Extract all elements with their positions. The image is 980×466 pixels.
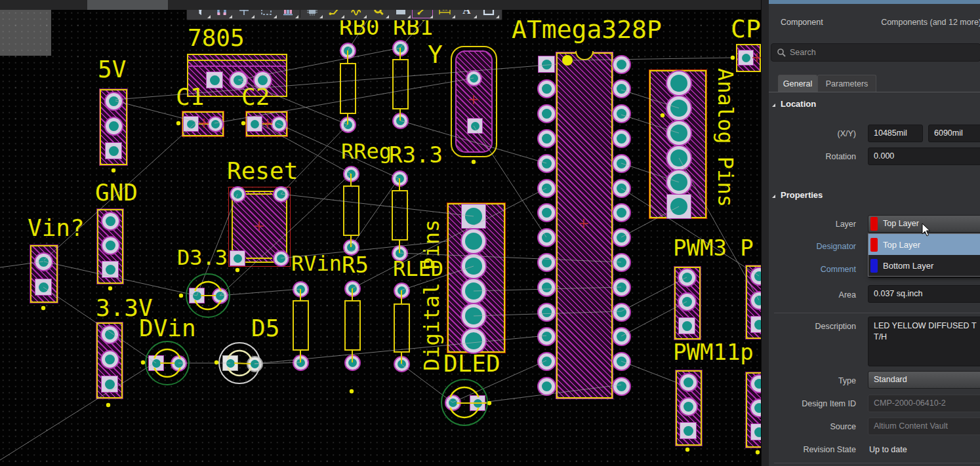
pcb-pad[interactable] xyxy=(617,109,626,119)
pcb-label-reset[interactable]: Reset xyxy=(227,159,298,183)
pcb-pad[interactable] xyxy=(617,184,626,193)
pcb-pad[interactable] xyxy=(277,190,285,199)
selected-component-highlight[interactable] xyxy=(0,10,51,56)
rotation-input[interactable]: 0.000 xyxy=(868,147,980,165)
pcb-label-pwm3[interactable]: PWM3 P xyxy=(673,237,754,259)
document-tab[interactable] xyxy=(87,0,168,10)
pcb-label-c2[interactable]: C2 xyxy=(241,85,270,109)
pcb-pad[interactable] xyxy=(398,360,406,368)
pcb-pad[interactable] xyxy=(542,282,552,292)
pcb-pad[interactable] xyxy=(542,332,552,341)
tool-dropdown-arrow[interactable] xyxy=(407,15,411,18)
properties-collapse-icon[interactable] xyxy=(772,191,775,198)
layer-option-top-layer[interactable]: Top Layer xyxy=(868,234,980,255)
tool-dropdown-arrow[interactable] xyxy=(452,15,455,18)
resistor-rb1[interactable] xyxy=(392,59,409,109)
pcb-pad[interactable] xyxy=(398,286,406,295)
pcb-pad[interactable] xyxy=(670,125,687,142)
pcb-pad[interactable] xyxy=(39,257,49,267)
description-input[interactable]: LED YELLOW DIFFUSED T T/H xyxy=(868,317,980,366)
resistor-rb0[interactable] xyxy=(340,63,356,114)
pcb-pad[interactable] xyxy=(542,109,552,119)
pcb-pad[interactable] xyxy=(230,250,245,266)
pcb-pad[interactable] xyxy=(617,134,626,144)
pcb-pad[interactable] xyxy=(109,96,119,106)
pcb-pad[interactable] xyxy=(348,284,357,293)
pcb-label-d33[interactable]: D3.3 xyxy=(177,247,228,268)
pcb-pad[interactable] xyxy=(678,317,695,334)
pcb-pad[interactable] xyxy=(538,56,555,73)
tool-dropdown-arrow[interactable] xyxy=(251,15,255,18)
pcb-pad[interactable] xyxy=(101,376,118,393)
pcb-pad[interactable] xyxy=(682,297,692,307)
pcb-label-rvin[interactable]: RVin xyxy=(291,253,342,274)
pcb-pad[interactable] xyxy=(211,120,220,128)
pcb-pad[interactable] xyxy=(344,121,352,129)
pcb-pad[interactable] xyxy=(542,84,552,94)
section-location[interactable]: Location xyxy=(781,99,816,109)
pcb-pad[interactable] xyxy=(680,422,697,439)
pcb-pad[interactable] xyxy=(35,279,52,296)
tool-dropdown-arrow[interactable] xyxy=(295,15,298,18)
pcb-pad[interactable] xyxy=(754,296,762,305)
pcb-label-analog-pins[interactable]: Analog Pins xyxy=(715,68,736,207)
pcb-pad[interactable] xyxy=(682,273,692,282)
pcb-label-atmega[interactable]: ATmega328P xyxy=(512,17,662,42)
pcb-pad[interactable] xyxy=(542,307,552,317)
pcb-pad[interactable] xyxy=(617,233,626,243)
pcb-pad[interactable] xyxy=(542,184,552,193)
pcb-pad[interactable] xyxy=(470,74,478,83)
pcb-pad[interactable] xyxy=(148,355,164,371)
pcb-pad[interactable] xyxy=(102,261,119,278)
tool-dropdown-arrow[interactable] xyxy=(474,15,477,18)
pcb-pad[interactable] xyxy=(396,174,404,183)
pcb-pad[interactable] xyxy=(684,402,693,412)
pcb-pad[interactable] xyxy=(467,118,483,134)
pcb-pad[interactable] xyxy=(347,243,356,252)
pcb-label-dvin[interactable]: DVin xyxy=(139,317,196,340)
pcb-pad[interactable] xyxy=(396,44,405,52)
y-input[interactable]: 6090mil xyxy=(928,125,980,142)
section-properties[interactable]: Properties xyxy=(781,190,823,200)
selection-scope-label[interactable]: Components (and 12 more) xyxy=(881,18,980,27)
pcb-pad[interactable] xyxy=(617,307,626,317)
resistor-r5[interactable] xyxy=(344,300,361,351)
pcb-pad[interactable] xyxy=(670,100,687,117)
pcb-label-7805[interactable]: 7805 xyxy=(188,26,245,50)
tool-dropdown-arrow[interactable] xyxy=(207,15,211,18)
tool-dropdown-arrow[interactable] xyxy=(430,15,433,18)
pcb-pad[interactable] xyxy=(105,142,122,159)
pcb-label-digital-pins[interactable]: Digital Pins xyxy=(421,220,442,371)
pcb-pad[interactable] xyxy=(617,332,626,341)
pcb-label-gnd[interactable]: GND xyxy=(95,181,138,204)
pcb-label-r5[interactable]: R5 xyxy=(342,254,369,276)
pcb-pad[interactable] xyxy=(251,360,259,368)
pcb-pad[interactable] xyxy=(106,241,115,250)
pcb-pad[interactable] xyxy=(617,258,626,267)
pcb-pad[interactable] xyxy=(666,194,691,219)
pcb-pad[interactable] xyxy=(183,116,199,132)
pcb-pad[interactable] xyxy=(296,285,305,294)
pcb-label-y[interactable]: Y xyxy=(428,42,443,67)
pcb-pad[interactable] xyxy=(670,75,687,92)
pcb-pad[interactable] xyxy=(206,71,223,88)
pcb-pad[interactable] xyxy=(542,208,552,218)
pcb-pad[interactable] xyxy=(247,116,262,132)
tool-dropdown-arrow[interactable] xyxy=(319,15,323,18)
tool-dropdown-arrow[interactable] xyxy=(229,15,232,18)
pcb-pad[interactable] xyxy=(754,379,762,389)
pcb-pad[interactable] xyxy=(738,50,754,66)
location-collapse-icon[interactable] xyxy=(772,100,775,107)
pcb-pad[interactable] xyxy=(105,355,115,364)
pcb-pad[interactable] xyxy=(754,403,762,413)
pcb-pad[interactable] xyxy=(617,357,626,366)
pcb-pad[interactable] xyxy=(109,121,119,131)
pcb-label-vin[interactable]: Vin? xyxy=(28,216,85,240)
pcb-pad[interactable] xyxy=(189,288,205,303)
tab-parameters[interactable]: Parameters xyxy=(817,75,876,92)
pcb-pad[interactable] xyxy=(670,174,687,191)
resistor-rled[interactable] xyxy=(394,303,410,353)
pcb-pad[interactable] xyxy=(750,423,761,440)
pcb-pad[interactable] xyxy=(106,216,115,226)
pcb-pad[interactable] xyxy=(461,204,486,229)
